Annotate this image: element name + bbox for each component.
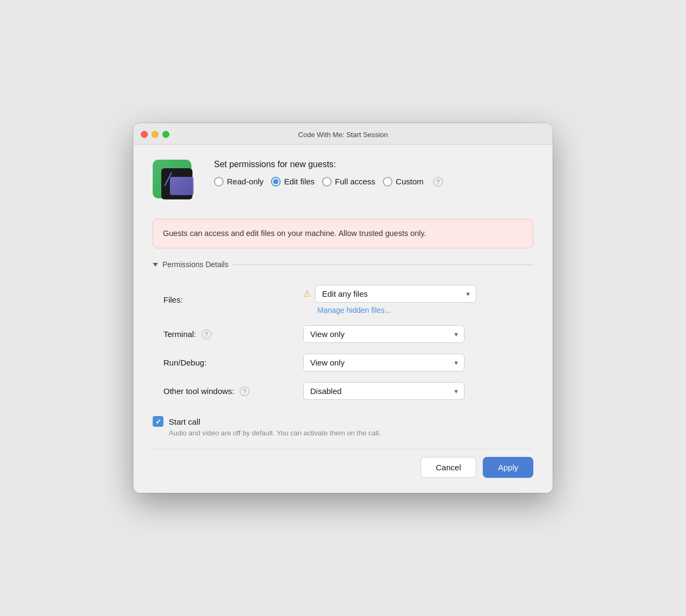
- radio-label-read-only: Read-only: [227, 177, 263, 186]
- minimize-button[interactable]: [152, 131, 159, 138]
- cancel-button[interactable]: Cancel: [420, 457, 477, 478]
- warning-text: Guests can access and edit files on your…: [163, 229, 426, 238]
- terminal-select[interactable]: View only Edit any files Disabled: [303, 325, 465, 343]
- section-title: Permissions Details: [162, 260, 228, 269]
- manage-hidden-files-link[interactable]: Manage hidden files...: [303, 306, 533, 314]
- close-button[interactable]: [141, 131, 148, 138]
- files-control: ⚠ Edit any files View only Disabled ▼ Ma…: [303, 285, 533, 314]
- rundebug-select-wrapper: View only Edit any files Disabled ▼: [303, 354, 533, 371]
- radio-circle-custom: [383, 177, 392, 187]
- settings-section: Set permissions for new guests: Read-onl…: [214, 160, 533, 187]
- files-permission-row: Files: ⚠ Edit any files View only Disabl…: [163, 280, 533, 320]
- radio-label-custom: Custom: [396, 177, 424, 186]
- radio-label-edit-files: Edit files: [284, 177, 315, 186]
- other-select-wrapper: Disabled View only Edit any files ▼: [303, 382, 533, 400]
- radio-label-full-access: Full access: [335, 177, 375, 186]
- warning-triangle-icon: ⚠: [303, 289, 311, 299]
- other-permission-row: Other tool windows: ? Disabled View only…: [163, 377, 533, 405]
- titlebar: Code With Me: Start Session: [133, 123, 553, 145]
- terminal-label: Terminal: ?: [163, 330, 303, 339]
- other-control: Disabled View only Edit any files ▼: [303, 382, 533, 400]
- traffic-lights: [141, 129, 169, 138]
- start-call-row: ✓ Start call: [153, 416, 533, 427]
- start-call-sublabel: Audio and video are off by default. You …: [153, 429, 533, 437]
- checkmark-icon: ✓: [155, 418, 161, 426]
- button-row: Cancel Apply: [153, 449, 533, 478]
- terminal-help-icon[interactable]: ?: [202, 330, 211, 339]
- other-help-icon[interactable]: ?: [240, 386, 249, 396]
- radio-custom[interactable]: Custom: [383, 177, 424, 187]
- help-icon[interactable]: ?: [433, 177, 443, 187]
- rundebug-control: View only Edit any files Disabled ▼: [303, 354, 533, 371]
- radio-circle-full-access: [322, 177, 332, 187]
- files-select[interactable]: Edit any files View only Disabled: [315, 285, 476, 303]
- rundebug-select[interactable]: View only Edit any files Disabled: [303, 354, 465, 371]
- permissions-heading: Set permissions for new guests:: [214, 160, 533, 169]
- permission-radio-group: Read-only Edit files Full access Custom: [214, 177, 533, 187]
- radio-edit-files[interactable]: Edit files: [271, 177, 315, 187]
- terminal-select-wrapper: View only Edit any files Disabled ▼: [303, 325, 533, 343]
- rundebug-permission-row: Run/Debug: View only Edit any files Disa…: [163, 348, 533, 377]
- section-header: Permissions Details: [153, 260, 533, 269]
- collapse-icon[interactable]: [153, 263, 158, 267]
- terminal-control: View only Edit any files Disabled ▼: [303, 325, 533, 343]
- radio-circle-read-only: [214, 177, 224, 187]
- radio-full-access[interactable]: Full access: [322, 177, 375, 187]
- radio-read-only[interactable]: Read-only: [214, 177, 263, 187]
- top-section: ╱ Set permissions for new guests: Read-o…: [153, 160, 533, 208]
- terminal-permission-row: Terminal: ? View only Edit any files Dis…: [163, 320, 533, 348]
- maximize-button[interactable]: [162, 131, 169, 138]
- warning-box: Guests can access and edit files on your…: [153, 219, 533, 249]
- radio-circle-edit-files: [271, 177, 281, 187]
- start-call-checkbox[interactable]: ✓: [153, 416, 163, 427]
- other-label: Other tool windows: ?: [163, 386, 303, 396]
- content-area: ╱ Set permissions for new guests: Read-o…: [133, 145, 553, 493]
- files-label: Files:: [163, 295, 303, 304]
- permissions-grid: Files: ⚠ Edit any files View only Disabl…: [153, 280, 533, 405]
- main-window: Code With Me: Start Session ╱ Set permis…: [133, 123, 553, 493]
- other-select[interactable]: Disabled View only Edit any files: [303, 382, 465, 400]
- rundebug-label: Run/Debug:: [163, 358, 303, 367]
- start-call-label: Start call: [169, 417, 200, 426]
- window-title: Code With Me: Start Session: [298, 131, 388, 139]
- section-divider: [233, 264, 533, 265]
- app-icon: ╱: [153, 160, 201, 208]
- start-call-section: ✓ Start call Audio and video are off by …: [153, 416, 533, 437]
- files-select-wrapper: ⚠ Edit any files View only Disabled ▼: [303, 285, 533, 303]
- apply-button[interactable]: Apply: [483, 457, 533, 478]
